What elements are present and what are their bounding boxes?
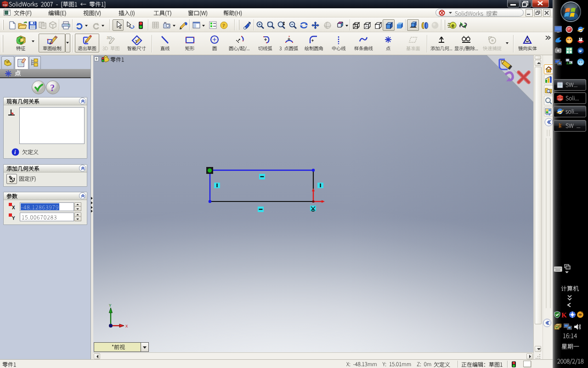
svg-text:?: ? [222,23,225,28]
svg-text:K: K [561,311,567,318]
svg-text:X: X [125,324,128,329]
svg-text:?: ? [50,83,55,93]
svg-text:e: e [452,23,455,29]
svg-text:Y: Y [12,216,15,220]
svg-text:SW: SW [3,4,7,6]
svg-text:X: X [12,205,15,209]
svg-text:Y: Y [109,304,112,308]
svg-text:3D: 3D [107,35,112,40]
svg-text:SW: SW [558,98,563,101]
